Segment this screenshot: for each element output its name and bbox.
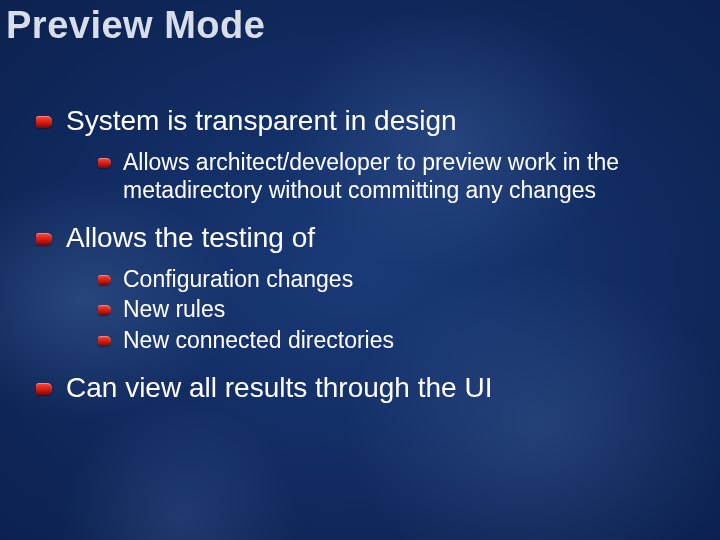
bullet-icon — [98, 336, 111, 346]
bullet-icon — [36, 233, 52, 245]
slide-title: Preview Mode — [0, 0, 275, 47]
bullet-text: System is transparent in design — [66, 104, 457, 138]
bullet-icon — [98, 275, 111, 285]
bullet-level1: System is transparent in design — [36, 104, 690, 138]
slide: Preview Mode System is transparent in de… — [0, 0, 720, 540]
bullet-level2: Allows architect/developer to preview wo… — [98, 148, 690, 206]
spacer — [36, 207, 690, 221]
bullet-level1: Allows the testing of — [36, 221, 690, 255]
bullet-text: New connected directories — [123, 326, 394, 355]
bullet-level2: Configuration changes — [98, 265, 690, 294]
bullet-icon — [36, 116, 52, 128]
bullet-icon — [98, 158, 111, 168]
bullet-level2: New connected directories — [98, 326, 690, 355]
bullet-text: New rules — [123, 295, 225, 324]
bullet-icon — [98, 305, 111, 315]
bullet-text: Allows architect/developer to preview wo… — [123, 148, 690, 206]
bullet-text: Configuration changes — [123, 265, 353, 294]
spacer — [36, 357, 690, 371]
bullet-level2: New rules — [98, 295, 690, 324]
bullet-level1: Can view all results through the UI — [36, 371, 690, 405]
bullet-text: Allows the testing of — [66, 221, 315, 255]
bullet-text: Can view all results through the UI — [66, 371, 492, 405]
bullet-icon — [36, 383, 52, 395]
slide-body: System is transparent in design Allows a… — [36, 104, 690, 415]
